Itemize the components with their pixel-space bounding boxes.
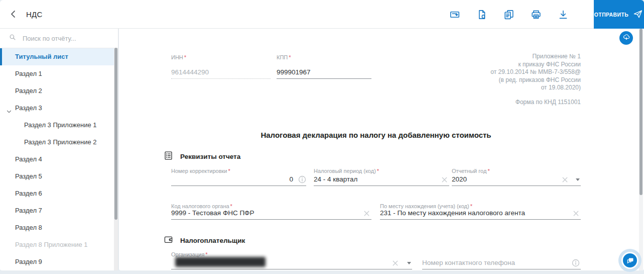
app-window: НДС <box>0 0 644 274</box>
nav-label: Раздел 4 <box>15 155 42 163</box>
info-icon[interactable] <box>298 175 306 184</box>
clear-icon[interactable] <box>441 176 448 184</box>
location-code-value: 231 - По месту нахождения налогового аге… <box>380 209 525 217</box>
nav-label: Раздел 8 Приложение 1 <box>15 241 88 248</box>
clear-icon[interactable] <box>363 210 370 217</box>
declaration-title: Налоговая декларация по налогу на добавл… <box>171 131 581 139</box>
sidebar-item-section-1[interactable]: Раздел 1 <box>0 65 118 82</box>
sidebar-item-section-7[interactable]: Раздел 7 <box>0 202 118 219</box>
move-to-archive-icon[interactable] <box>449 9 461 21</box>
chat-bubbles-icon <box>621 252 638 269</box>
nav-label: Раздел 8 <box>15 224 42 231</box>
field-label: КПП* <box>277 54 291 60</box>
field-label: Отчетный год* <box>452 168 490 174</box>
field-label: ИНН* <box>171 54 186 60</box>
organization-field[interactable]: Организация* <box>171 251 412 269</box>
clear-icon[interactable] <box>572 210 580 217</box>
tax-authority-value: 9999 - Тестовая ФНС ПФР <box>171 209 254 217</box>
header: НДС <box>0 0 644 29</box>
nav-label: Раздел 1 <box>15 70 42 77</box>
legal-note-line: к приказу ФНС России <box>380 61 581 69</box>
nav-label: Раздел 7 <box>15 207 42 214</box>
sidebar-item-section-8-appendix-1: Раздел 8 Приложение 1 <box>0 236 118 253</box>
sidebar-item-section-3-appendix-1[interactable]: Раздел 3 Приложение 1 <box>0 117 118 134</box>
sidebar: Титульный лист Раздел 1 Раздел 2 Раздел … <box>0 29 118 270</box>
report-details-icon <box>163 150 174 163</box>
nav-label: Раздел 2 <box>15 87 42 95</box>
location-code-field[interactable]: По месту нахождения (учета) (код)* 231 -… <box>380 203 581 220</box>
nav-label: Раздел 6 <box>15 190 42 197</box>
taxpayer-section-header: Налогоплательщик <box>163 234 245 247</box>
nav-label: Раздел 3 Приложение 2 <box>24 138 97 146</box>
send-button[interactable]: ОТПРАВИТЬ <box>594 0 644 29</box>
sidebar-item-section-9[interactable]: Раздел 9 <box>0 253 118 270</box>
legal-note-line: от 19.08.2020) <box>380 84 581 92</box>
sidebar-item-section-5[interactable]: Раздел 5 <box>0 168 118 185</box>
copy-report-icon[interactable] <box>503 9 515 21</box>
field-label: Номер корректировки* <box>171 168 230 174</box>
section-title: Налогоплательщик <box>180 237 245 244</box>
nav-label: Титульный лист <box>15 53 68 60</box>
send-button-label: ОТПРАВИТЬ <box>594 12 628 18</box>
correction-number-value: 0 <box>289 175 293 183</box>
sidebar-scrollbar-thumb[interactable] <box>114 48 117 220</box>
section-title: Реквизиты отчета <box>180 153 240 160</box>
phone-field[interactable]: Номер контактного телефона <box>422 251 581 269</box>
nav-label: Раздел 5 <box>15 172 42 180</box>
phone-placeholder: Номер контактного телефона <box>422 259 515 266</box>
toolbar <box>449 0 569 29</box>
sidebar-item-section-2[interactable]: Раздел 2 <box>0 82 118 100</box>
sidebar-item-section-6[interactable]: Раздел 6 <box>0 185 118 202</box>
clear-icon[interactable] <box>392 259 399 267</box>
inn-value: 9614444290 <box>171 68 209 76</box>
legal-note: Приложение № 1 к приказу ФНС России от 2… <box>380 53 581 92</box>
cloud-download-icon <box>622 33 631 43</box>
download-icon[interactable] <box>557 9 569 21</box>
page-title: НДС <box>26 10 42 19</box>
tax-authority-field[interactable]: Код налогового органа* 9999 - Тестовая Ф… <box>171 203 371 220</box>
search-icon <box>9 33 17 43</box>
report-year-field[interactable]: Отчетный год* 2020 <box>452 168 581 186</box>
search-input[interactable] <box>22 34 109 43</box>
info-icon[interactable] <box>572 259 580 267</box>
sidebar-item-section-8[interactable]: Раздел 8 <box>0 219 118 236</box>
legal-note-line: (в ред. приказов ФНС России <box>380 76 581 84</box>
correction-number-field[interactable]: Номер корректировки* 0 <box>171 168 306 186</box>
sections-nav: Титульный лист Раздел 1 Раздел 2 Раздел … <box>0 48 118 270</box>
inn-field: ИНН* 9614444290 <box>171 54 271 79</box>
report-year-value: 2020 <box>452 175 467 183</box>
field-label: По месту нахождения (учета) (код)* <box>380 203 472 209</box>
sidebar-item-title-page[interactable]: Титульный лист <box>0 48 118 65</box>
main-scrollbar[interactable] <box>639 29 643 270</box>
print-icon[interactable] <box>530 9 542 21</box>
main-scrollbar-thumb[interactable] <box>639 29 642 195</box>
tax-period-field[interactable]: Налоговый период (код)* 24 - 4 квартал <box>314 168 449 186</box>
report-search <box>0 29 118 48</box>
back-button[interactable] <box>7 8 20 21</box>
sidebar-item-section-3[interactable]: Раздел 3 <box>0 100 118 117</box>
nav-label: Раздел 3 <box>15 104 42 112</box>
chat-button[interactable] <box>618 249 641 272</box>
form-canvas: ИНН* 9614444290 КПП* 999901967 Приложени… <box>119 29 644 270</box>
sidebar-scrollbar[interactable] <box>114 48 118 270</box>
nav-label: Раздел 3 Приложение 1 <box>24 121 97 129</box>
dropdown-caret-icon[interactable] <box>407 262 411 264</box>
legal-note-line: Приложение № 1 <box>380 53 581 61</box>
wallet-icon <box>163 234 174 247</box>
kpp-field[interactable]: КПП* 999901967 <box>277 54 371 79</box>
requisites-section-header: Реквизиты отчета <box>163 150 240 163</box>
chevron-left-icon <box>8 14 20 22</box>
nav-label: Раздел 9 <box>15 258 42 265</box>
sidebar-item-section-4[interactable]: Раздел 4 <box>0 151 118 168</box>
legal-note-line: от 29.10.2014 № ММВ-7-3/558@ <box>380 68 581 76</box>
organization-redacted-value <box>175 257 266 267</box>
field-label: Код налогового органа* <box>171 203 232 209</box>
nullify-report-icon[interactable] <box>476 9 488 21</box>
clear-icon[interactable] <box>561 176 569 184</box>
sidebar-item-section-3-appendix-2[interactable]: Раздел 3 Приложение 2 <box>0 134 118 151</box>
kpp-value: 999901967 <box>277 68 311 76</box>
cloud-download-button[interactable] <box>619 31 633 45</box>
field-label: Налоговый период (код)* <box>314 168 379 174</box>
tax-period-value: 24 - 4 квартал <box>314 175 357 183</box>
dropdown-caret-icon[interactable] <box>576 178 580 181</box>
